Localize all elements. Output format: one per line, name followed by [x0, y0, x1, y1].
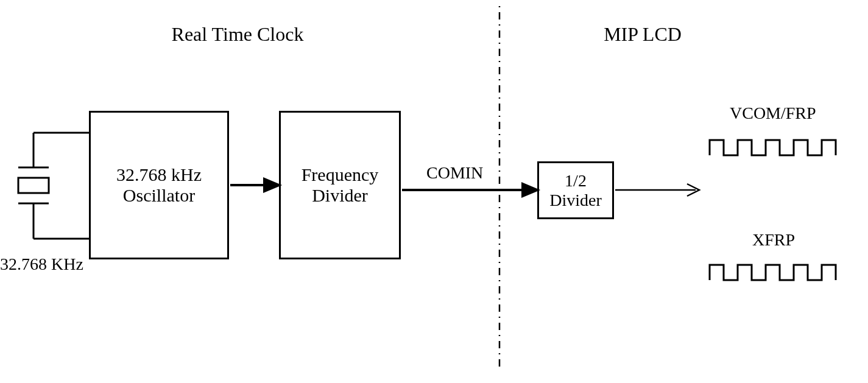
xfrp-label: XFRP: [752, 230, 795, 250]
svg-marker-10: [523, 184, 537, 196]
freq-divider-line1: Frequency: [302, 164, 379, 185]
half-divider-line1: 1/2: [565, 171, 587, 191]
vcom-frp-label: VCOM/FRP: [730, 104, 816, 123]
oscillator-block: 32.768 kHz Oscillator: [89, 111, 229, 259]
comin-signal-label: COMIN: [426, 163, 483, 183]
crystal-freq-label: 32.768 KHz: [0, 255, 83, 274]
section-title-rtc: Real Time Clock: [146, 23, 329, 46]
svg-rect-3: [18, 178, 49, 193]
section-title-mip: MIP LCD: [582, 23, 704, 46]
freq-divider-block: Frequency Divider: [279, 111, 401, 259]
oscillator-line2: Oscillator: [123, 185, 195, 206]
xfrp-waveform: [710, 265, 836, 280]
half-divider-block: 1/2 Divider: [537, 161, 614, 219]
arrow-div-to-half: [402, 184, 537, 196]
half-divider-line2: Divider: [549, 191, 602, 210]
crystal-icon: [18, 133, 90, 239]
arrow-half-to-out: [615, 184, 699, 196]
vcom-frp-waveform: [710, 140, 836, 155]
svg-marker-8: [264, 179, 279, 191]
freq-divider-line2: Divider: [312, 185, 368, 206]
oscillator-line1: 32.768 kHz: [116, 164, 202, 185]
arrow-osc-to-div: [230, 179, 279, 191]
